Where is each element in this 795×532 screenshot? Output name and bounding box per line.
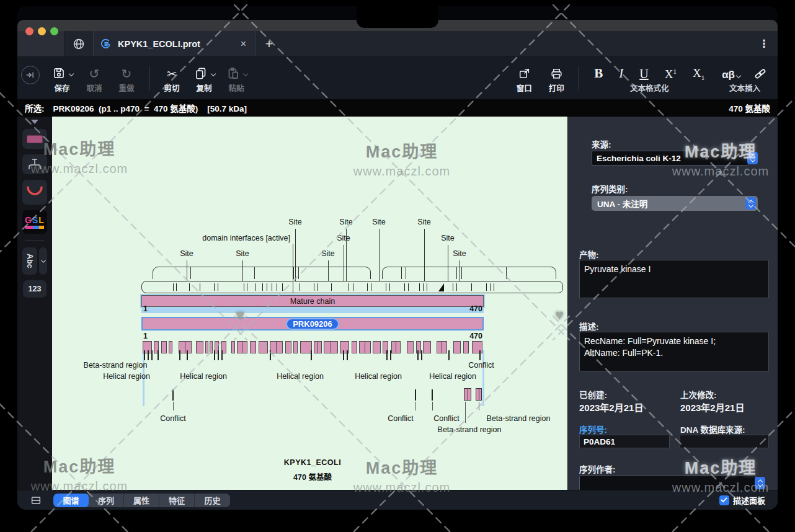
collapse-sidebar-icon[interactable] [21,66,40,84]
bracket-tick [298,267,299,279]
feature-block [250,341,256,353]
heart-watermark: ♥ [555,306,564,324]
selected-sequence-bar[interactable]: PRK09206 [141,317,484,330]
save-button[interactable]: 保存 [46,63,78,94]
description-panel-toggle[interactable]: 描述面板 [719,494,765,506]
arc-tool[interactable] [22,180,47,205]
tab-history[interactable]: 历史 [195,494,230,507]
bracket-tool[interactable] [22,154,47,174]
source-stepper-icon[interactable] [747,152,758,164]
selection-label: 所选: [25,102,45,114]
region-label: Helical region [154,372,253,381]
region-label: Conflict [123,414,223,423]
superscript-button[interactable]: X1 [665,68,677,81]
region-tick [221,350,223,360]
source-combo [592,151,758,166]
feature-block [205,341,208,353]
tab-close-icon[interactable]: × [238,38,249,50]
tab-sequence[interactable]: 序列 [89,494,124,507]
feature-block [196,341,203,353]
abc-tool-expander[interactable] [39,247,47,275]
feature-block [453,341,461,353]
subscript-button[interactable]: X1 [693,66,704,81]
feature-block [237,341,247,353]
camera-notch [357,6,438,28]
annotation-color-tool[interactable] [22,129,47,149]
tab-bar: KPYK1_ECOLI.prot × + ⋮ [17,31,778,57]
strip-tick [255,283,255,291]
feature-strip[interactable] [141,281,563,293]
globe-icon[interactable] [64,31,93,56]
document-tab[interactable]: KPYK1_ECOLI.prot × [93,31,255,56]
gsl-color-tool[interactable]: GSL [22,210,47,234]
numbering-tool[interactable]: 123 [23,280,47,298]
description-textarea[interactable]: RecName: Full=Pyruvate kinase I; AltName… [579,332,769,371]
region-tick [148,350,149,360]
underline-button[interactable]: U [639,67,648,81]
region-connector [479,402,479,410]
chevron-down-icon [210,71,215,76]
strip-tick [176,283,177,291]
window-button[interactable]: 窗口 [508,63,540,94]
bracket-tick [461,267,462,279]
bracket-tick [293,267,294,279]
region-tick [172,389,174,401]
close-window-button[interactable] [25,27,33,35]
link-button[interactable] [753,66,768,81]
scroll-up-icon[interactable] [31,120,38,124]
bracket-icon [27,157,43,172]
region-block [464,388,471,401]
zoom-window-button[interactable] [50,27,58,35]
site-label: Site [327,218,365,226]
paste-button[interactable]: 粘贴 [220,63,252,94]
tab-features[interactable]: 特征 [159,494,195,507]
strip-tick [453,283,453,291]
author-input[interactable] [579,476,756,490]
strip-tick [408,283,409,291]
sequence-map-view[interactable]: Mature chain 1 470 PRK09206 1 470 KPYK1_… [52,117,567,490]
strip-tick [404,283,405,291]
redo-button[interactable]: ↻ 重做 [110,63,143,94]
region-tick [432,389,433,401]
overflow-menu-icon[interactable]: ⋮ [750,31,778,56]
region-tick [347,350,348,360]
site-label: Site [429,234,466,242]
bottom-bar: 图谱 序列 属性 特征 历史 描述面板 [17,490,778,510]
insert-group-label: 文本插入 [729,82,760,94]
strip-tick [214,283,215,291]
author-stepper-icon[interactable] [755,477,765,489]
region-block [476,388,482,401]
product-textarea[interactable]: Pyruvate kinase I [579,260,769,298]
dna-source-input[interactable] [680,435,769,448]
italic-button[interactable]: I [619,66,623,81]
region-tick [187,350,188,360]
minimize-window-button[interactable] [38,27,46,35]
abc-text-tool[interactable]: Abc [22,247,37,275]
region-tick [415,389,416,401]
source-input[interactable] [592,151,748,166]
accession-input[interactable] [579,435,670,448]
new-tab-button[interactable]: + [255,31,283,56]
cut-button[interactable]: ✂ 剪切 [156,63,188,94]
tab-map[interactable]: 图谱 [53,494,89,507]
sequence-type-select[interactable]: UNA - 未注明 [592,196,758,211]
feature-block [231,341,235,353]
print-button[interactable]: 打印 [540,63,572,94]
split-view-icon[interactable] [30,494,42,507]
main-toolbar: 保存 ↺ 取消 ↻ 重做 ✂ 剪切 复制 [17,57,778,99]
color-chip-icon [27,135,43,143]
undo-button[interactable]: ↺ 取消 [78,63,110,94]
feature-block [359,341,371,353]
length-readout: 470 氨基酸 [729,102,770,114]
tab-properties[interactable]: 属性 [124,494,159,507]
copy-button[interactable]: 复制 [188,63,220,94]
alphabet-button[interactable]: αβ [722,69,740,81]
strip-tick [386,283,386,291]
feature-block [352,341,357,353]
feature-block [463,341,469,353]
app-window: KPYK1_ECOLI.prot × + ⋮ 保存 [17,20,778,510]
bold-button[interactable]: B [594,66,603,81]
checkbox-checked-icon[interactable] [719,495,729,505]
mature-chain-bar[interactable]: Mature chain [141,295,484,307]
interface-bracket [382,267,556,279]
